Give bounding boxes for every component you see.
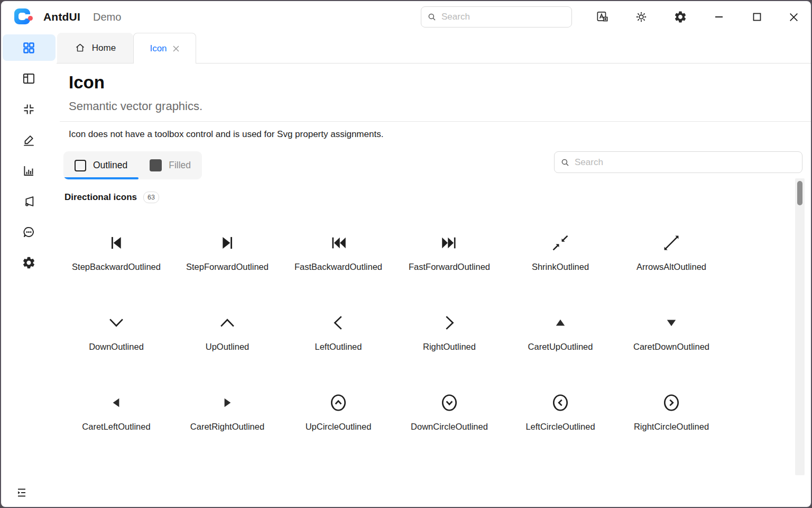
icon-card-caret-right[interactable]: CaretRightOutlined (172, 369, 283, 449)
titlebar-search[interactable] (421, 6, 572, 28)
outlined-square-icon (75, 160, 86, 171)
icon-label: ShrinkOutlined (532, 262, 589, 272)
icon-label: DownCircleOutlined (411, 422, 488, 432)
icon-card-step-forward[interactable]: StepForwardOutlined (172, 210, 283, 289)
caret-right-icon (217, 393, 237, 413)
search-icon (560, 158, 570, 167)
tab-icon[interactable]: Icon (133, 33, 196, 64)
segment-filled-label: Filled (169, 160, 191, 171)
icon-card-up[interactable]: UpOutlined (172, 289, 283, 369)
icon-card-caret-up[interactable]: CaretUpOutlined (505, 289, 616, 369)
edit-pen-icon (22, 133, 36, 147)
sidebar-item-settings[interactable] (3, 249, 56, 276)
megaphone-icon (22, 194, 36, 208)
page-content: Icon Semantic vector graphics. Icon does… (57, 64, 811, 507)
shrink-icon (550, 233, 570, 253)
maximize-button[interactable] (738, 1, 776, 33)
fast-forward-icon (439, 233, 459, 253)
language-button[interactable] (583, 1, 622, 33)
page-title: Icon (69, 71, 811, 94)
icon-card-caret-left[interactable]: CaretLeftOutlined (61, 369, 172, 449)
minimize-button[interactable] (700, 1, 738, 33)
icon-card-left[interactable]: LeftOutlined (283, 289, 394, 369)
caret-left-icon (106, 393, 126, 413)
tab-bar: Home Icon (57, 33, 811, 64)
icon-label: LeftOutlined (315, 342, 362, 352)
left-circle-icon (550, 393, 570, 413)
icon-label: FastForwardOutlined (409, 262, 490, 272)
icon-card-right[interactable]: RightOutlined (394, 289, 505, 369)
close-icon (788, 12, 799, 23)
close-button[interactable] (776, 1, 811, 33)
icon-label: LeftCircleOutlined (525, 422, 595, 432)
icon-grid: StepBackwardOutlined StepForwardOutlined… (61, 210, 811, 449)
vertical-scrollbar[interactable] (795, 178, 805, 475)
sidebar-item-edit[interactable] (3, 126, 56, 153)
translate-icon (595, 10, 609, 24)
scrollbar-thumb[interactable] (797, 181, 802, 205)
up-icon (217, 313, 237, 333)
step-backward-icon (106, 233, 126, 253)
app-title: AntdUI (43, 11, 80, 23)
icon-card-shrink[interactable]: ShrinkOutlined (505, 210, 616, 289)
icon-card-up-circle[interactable]: UpCircleOutlined (283, 369, 394, 449)
segment-active-underline (63, 177, 139, 180)
icon-label: DownOutlined (89, 342, 144, 352)
right-circle-icon (661, 393, 681, 413)
icon-card-right-circle[interactable]: RightCircleOutlined (616, 369, 727, 449)
sidebar-item-message[interactable] (3, 219, 56, 245)
left-icon (328, 313, 348, 333)
search-icon (427, 12, 437, 22)
maximize-icon (752, 12, 762, 22)
icon-search[interactable] (554, 151, 802, 173)
icon-card-down[interactable]: DownOutlined (61, 289, 172, 369)
caret-up-icon (550, 313, 570, 333)
segment-outlined[interactable]: Outlined (63, 151, 139, 179)
tab-home-label: Home (92, 43, 116, 53)
sidebar-item-chart[interactable] (3, 157, 56, 184)
icon-card-step-backward[interactable]: StepBackwardOutlined (61, 210, 172, 289)
icon-label: ArrowsAltOutlined (636, 262, 706, 272)
sun-icon (634, 10, 648, 24)
segment-filled[interactable]: Filled (139, 151, 202, 179)
sidebar-collapse-button[interactable] (15, 486, 29, 500)
tab-icon-label: Icon (150, 43, 167, 54)
fast-backward-icon (328, 233, 348, 253)
caret-down-icon (661, 313, 681, 333)
icon-search-input[interactable] (574, 157, 797, 168)
sidebar-item-overview[interactable] (3, 34, 56, 61)
icon-card-left-circle[interactable]: LeftCircleOutlined (505, 369, 616, 449)
gear-icon (22, 256, 36, 270)
style-segmented-control: Outlined Filled (63, 151, 202, 179)
theme-toggle-button[interactable] (622, 1, 661, 33)
icon-label: StepBackwardOutlined (72, 262, 161, 272)
tab-home[interactable]: Home (57, 33, 133, 63)
right-icon (439, 313, 459, 333)
icon-label: CaretUpOutlined (528, 342, 593, 352)
titlebar-search-input[interactable] (440, 11, 566, 23)
page-description: Icon does not have a toolbox control and… (69, 129, 802, 140)
icon-label: CaretLeftOutlined (82, 422, 150, 432)
icon-label: RightOutlined (423, 342, 476, 352)
filled-square-icon (150, 159, 162, 171)
sidebar-item-layout[interactable] (3, 65, 56, 92)
app-subtitle: Demo (93, 11, 121, 23)
section-title: Directional icons (64, 192, 137, 203)
tab-close-icon[interactable] (172, 45, 180, 52)
icon-card-fast-backward[interactable]: FastBackwardOutlined (283, 210, 394, 289)
up-circle-icon (328, 393, 348, 413)
app-logo-icon (14, 7, 33, 26)
icon-card-arrows-alt[interactable]: ArrowsAltOutlined (616, 210, 727, 289)
sidebar-item-shrink[interactable] (3, 96, 56, 122)
menu-unfold-icon (15, 486, 28, 499)
icon-label: RightCircleOutlined (634, 422, 709, 432)
settings-button[interactable] (661, 1, 700, 33)
icon-label: StepForwardOutlined (186, 262, 269, 272)
sidebar-item-announce[interactable] (3, 188, 56, 214)
divider (60, 121, 811, 122)
segment-outlined-label: Outlined (93, 160, 127, 171)
icon-card-down-circle[interactable]: DownCircleOutlined (394, 369, 505, 449)
arrows-alt-icon (661, 233, 681, 253)
icon-card-fast-forward[interactable]: FastForwardOutlined (394, 210, 505, 289)
icon-card-caret-down[interactable]: CaretDownOutlined (616, 289, 727, 369)
